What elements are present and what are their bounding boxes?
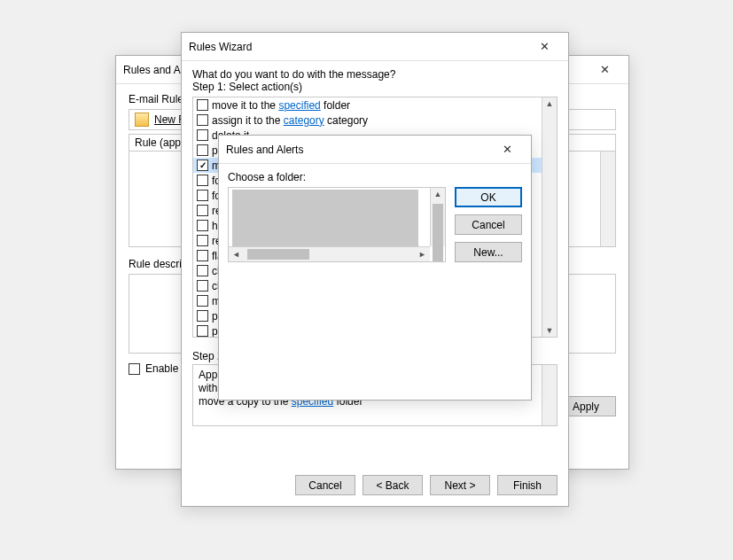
ok-button[interactable]: OK: [455, 187, 522, 207]
action-checkbox[interactable]: [197, 129, 208, 141]
scrollbar-thumb[interactable]: [433, 204, 443, 262]
scrollbar-vertical[interactable]: [542, 365, 557, 425]
finish-button[interactable]: Finish: [497, 475, 558, 495]
action-link[interactable]: category: [284, 114, 324, 127]
redacted-area: [232, 190, 418, 246]
scroll-up-icon[interactable]: ▲: [431, 188, 445, 200]
scroll-right-icon[interactable]: ►: [415, 250, 430, 259]
action-label: move it to the specified folder: [212, 99, 350, 112]
choose-folder-label: Choose a folder:: [228, 171, 446, 183]
scrollbar-vertical[interactable]: [600, 152, 615, 246]
wizard-step1-label: Step 1: Select action(s): [192, 81, 558, 93]
action-checkbox[interactable]: [197, 220, 208, 231]
action-checkbox[interactable]: [197, 144, 208, 156]
dialog-button-column: OK Cancel New...: [455, 171, 522, 262]
action-checkbox[interactable]: [197, 265, 208, 276]
new-rule-icon: [135, 113, 149, 127]
action-checkbox[interactable]: [197, 190, 208, 201]
scroll-left-icon[interactable]: ◄: [229, 250, 244, 259]
action-checkbox[interactable]: [197, 250, 208, 261]
action-checkbox[interactable]: [197, 310, 208, 322]
new-button[interactable]: New...: [455, 242, 522, 262]
action-checkbox[interactable]: [197, 280, 208, 292]
action-row[interactable]: assign it to the category category: [193, 113, 542, 128]
cancel-button[interactable]: Cancel: [295, 475, 355, 495]
action-checkbox[interactable]: [197, 235, 208, 246]
action-checkbox[interactable]: [197, 325, 208, 337]
titlebar: Rules and Alerts ✕: [219, 136, 531, 164]
action-checkbox[interactable]: [197, 295, 208, 307]
close-icon[interactable]: ✕: [490, 138, 524, 161]
window-title: Rules Wizard: [189, 41, 527, 53]
back-button[interactable]: < Back: [363, 475, 423, 495]
close-icon[interactable]: ✕: [527, 35, 561, 58]
next-button[interactable]: Next >: [430, 475, 490, 495]
action-checkbox[interactable]: [197, 175, 208, 186]
scrollbar-horizontal[interactable]: ◄ ►: [229, 246, 430, 261]
choose-folder-dialog: Rules and Alerts ✕ Choose a folder: Invo…: [218, 135, 532, 401]
folder-tree[interactable]: Invoices ▲ ▼ ◄ ►: [228, 187, 446, 262]
action-label: assign it to the category category: [212, 114, 368, 127]
action-link[interactable]: specified: [278, 99, 320, 112]
action-checkbox[interactable]: [197, 114, 208, 126]
action-checkbox[interactable]: [197, 99, 208, 111]
scroll-up-icon[interactable]: ▲: [542, 97, 557, 110]
wizard-question: What do you want to do with the message?: [192, 68, 558, 81]
window-title: Rules and Alerts: [226, 144, 490, 156]
action-checkbox[interactable]: [197, 205, 208, 216]
action-checkbox[interactable]: [197, 159, 208, 171]
scrollbar-vertical[interactable]: ▲ ▼: [430, 188, 445, 246]
close-icon[interactable]: ✕: [588, 58, 621, 82]
titlebar: Rules Wizard ✕: [182, 33, 568, 61]
cancel-button[interactable]: Cancel: [455, 214, 522, 235]
scroll-down-icon[interactable]: ▼: [542, 324, 557, 337]
action-row[interactable]: move it to the specified folder: [193, 97, 542, 113]
scrollbar-vertical[interactable]: ▲ ▼: [542, 97, 557, 337]
scrollbar-thumb[interactable]: [247, 249, 309, 260]
wizard-button-row: Cancel < Back Next > Finish: [182, 475, 568, 495]
enable-rss-checkbox[interactable]: [129, 363, 140, 375]
